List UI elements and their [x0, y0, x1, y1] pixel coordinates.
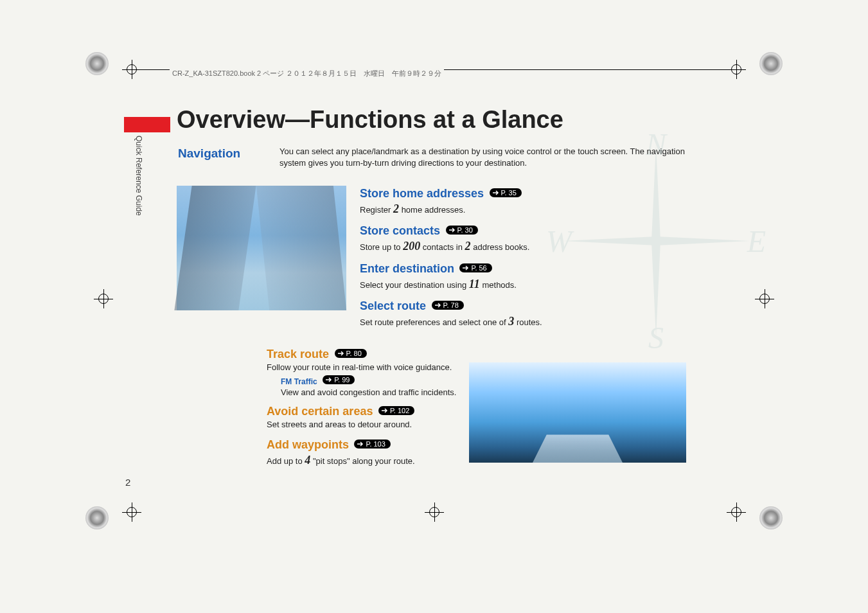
illustration-buildings	[177, 186, 346, 310]
feature-title: Store home addresses	[360, 187, 484, 200]
arrow-icon	[434, 302, 442, 308]
feature-desc: Set streets and areas to detour around.	[267, 420, 601, 431]
feature-store-contacts: Store contacts P. 30 Store up to 200 con…	[360, 224, 694, 254]
side-label: Quick Reference Guide	[134, 136, 143, 216]
page-ref-text: P. 35	[501, 189, 517, 197]
page-ref-pill[interactable]: P. 103	[354, 440, 390, 449]
reg-mark-corner	[85, 52, 109, 75]
reg-mark-corner	[759, 506, 783, 529]
feature-desc: Register 2 home addresses.	[360, 202, 694, 217]
page-ref-pill[interactable]: P. 30	[446, 226, 478, 235]
arrow-icon	[357, 441, 364, 447]
page-ref-text: P. 80	[346, 350, 362, 357]
page-title: Overview—Functions at a Glance	[177, 106, 563, 134]
feature-title: Select route	[360, 299, 426, 313]
feature-title: Enter destination	[360, 262, 454, 276]
arrow-icon	[448, 227, 456, 233]
feature-title: Track route	[267, 348, 329, 361]
reg-mark-corner	[85, 506, 109, 529]
feature-store-home: Store home addresses P. 35 Register 2 ho…	[360, 187, 694, 217]
feature-enter-destination: Enter destination P. 56 Select your dest…	[360, 262, 694, 292]
section-heading-navigation: Navigation	[178, 147, 240, 161]
compass-n: N	[646, 127, 666, 162]
arrow-icon	[492, 190, 500, 196]
page-ref-pill[interactable]: P. 80	[335, 349, 367, 358]
page-ref-text: P. 99	[334, 376, 350, 384]
reg-mark-cross	[94, 289, 113, 308]
page-ref-pill[interactable]: P. 78	[432, 301, 464, 310]
feature-desc: Select your destination using 11 methods…	[360, 277, 694, 292]
reg-mark-corner	[759, 52, 783, 75]
reg-mark-cross	[727, 60, 746, 79]
feature-desc: Set route preferences and select one of …	[360, 314, 694, 329]
page-ref-text: P. 102	[390, 407, 409, 414]
page-ref-pill[interactable]: P. 56	[459, 263, 492, 272]
sub-feature-title: FM Traffic	[281, 377, 317, 386]
reg-mark-cross	[122, 60, 141, 79]
feature-desc: Add up to 4 "pit stops" along your route…	[267, 453, 601, 468]
page-ref-pill[interactable]: P. 35	[490, 188, 522, 197]
features-group-bottom: Track route P. 80 Follow your route in r…	[267, 348, 601, 475]
feature-add-waypoints: Add waypoints P. 103 Add up to 4 "pit st…	[267, 438, 601, 468]
document-page: Quick Reference Guide Overview—Functions…	[125, 106, 743, 488]
reg-mark-cross	[425, 502, 444, 522]
feature-title: Store contacts	[360, 224, 440, 238]
feature-track-route: Track route P. 80 Follow your route in r…	[267, 348, 601, 397]
page-ref-text: P. 103	[366, 440, 385, 448]
sub-feature-fm-traffic: FM Traffic P. 99 View and avoid congesti…	[281, 375, 601, 397]
feature-avoid-areas: Avoid certain areas P. 102 Set streets a…	[267, 405, 601, 431]
page-ref-pill[interactable]: P. 102	[378, 406, 414, 415]
feature-title: Avoid certain areas	[267, 405, 373, 418]
reg-mark-cross	[727, 502, 746, 522]
red-accent-bar	[124, 117, 170, 132]
page-ref-text: P. 78	[443, 301, 459, 309]
feature-desc: Follow your route in real-time with voic…	[267, 362, 601, 373]
reg-mark-cross	[122, 502, 141, 522]
feature-title: Add waypoints	[267, 438, 349, 452]
feature-select-route: Select route P. 78 Set route preferences…	[360, 299, 694, 329]
compass-e: E	[747, 224, 766, 259]
page-ref-pill[interactable]: P. 99	[323, 375, 355, 384]
sub-feature-desc: View and avoid congestion and traffic in…	[281, 387, 601, 397]
arrow-icon	[325, 377, 333, 383]
page-ref-text: P. 30	[457, 226, 473, 234]
arrow-icon	[462, 265, 470, 271]
arrow-icon	[381, 407, 389, 414]
print-header-text: CR-Z_KA-31SZT820.book 2 ページ ２０１２年８月１５日 水…	[170, 69, 444, 78]
page-number: 2	[125, 477, 130, 488]
features-group-top: Store home addresses P. 35 Register 2 ho…	[360, 187, 694, 337]
feature-desc: Store up to 200 contacts in 2 address bo…	[360, 239, 694, 254]
page-ref-text: P. 56	[471, 264, 486, 272]
arrow-icon	[337, 350, 345, 357]
